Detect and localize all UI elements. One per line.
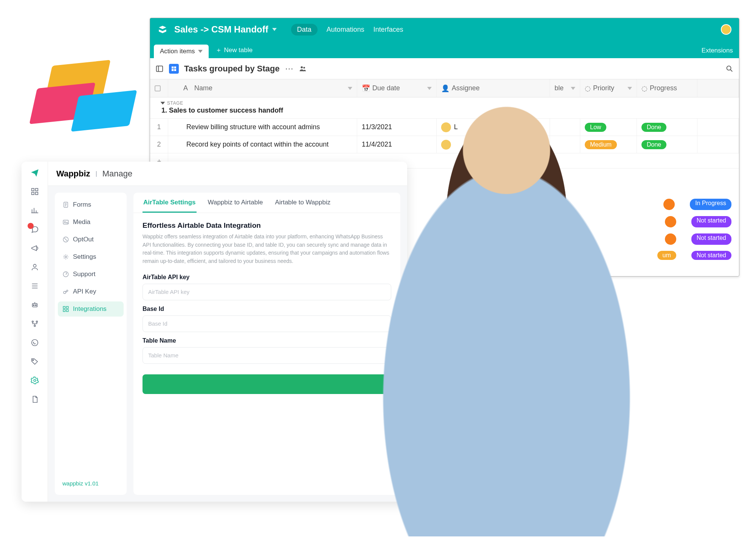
settings-gear-icon[interactable] (30, 375, 40, 385)
analytics-icon[interactable] (30, 206, 40, 215)
select-all-checkbox[interactable] (155, 85, 161, 91)
chat-icon[interactable] (30, 224, 40, 234)
sidebar-item-forms[interactable]: Forms (58, 197, 124, 212)
wappbiz-logo-icon[interactable] (30, 168, 40, 178)
table-row[interactable]: 1Review billing structure with account a… (150, 119, 739, 136)
base-id-input[interactable] (143, 315, 391, 332)
nav-data[interactable]: Data (291, 24, 318, 36)
tab-airtable-to-wappbiz[interactable]: Airtable to Wappbiz (274, 199, 331, 213)
nav-rail (22, 162, 48, 502)
progress-pill: Not started (691, 216, 731, 227)
sidebar-item-label: API Key (73, 288, 96, 295)
sidebar-toggle-icon[interactable] (155, 65, 164, 73)
table-name-input[interactable] (143, 347, 391, 364)
row-number: 1 (150, 119, 168, 136)
search-icon[interactable] (725, 65, 734, 73)
sidebar-item-icon (62, 271, 69, 278)
cell-progress[interactable]: Done (637, 119, 697, 136)
col-name[interactable]: A Name (168, 79, 357, 97)
document-icon[interactable] (30, 394, 40, 404)
tab-wappbiz-to-airtable[interactable]: Wappbiz to Airtable (207, 199, 264, 213)
manage-sidebar: FormsMediaOptOutSettingsSupportAPI KeyIn… (55, 193, 127, 495)
sidebar-item-api-key[interactable]: API Key (58, 284, 124, 299)
svg-point-11 (35, 305, 36, 306)
table-row[interactable]: 2Record key points of contact within the… (150, 136, 739, 153)
sidebar-item-settings[interactable]: Settings (58, 249, 124, 264)
table-tab-action-items[interactable]: Action items (154, 45, 209, 58)
row-number: 2 (150, 136, 168, 153)
table-tabs: Action items ＋ New table Extensions (150, 41, 739, 58)
flow-icon[interactable] (30, 319, 40, 329)
cell-blank[interactable] (550, 119, 580, 136)
partial-row: umNot started (657, 251, 732, 260)
sidebar-item-label: OptOut (73, 236, 94, 243)
svg-point-2 (303, 66, 305, 68)
new-table-button[interactable]: ＋ New table (215, 46, 253, 58)
circle-icon: ◌ (585, 84, 591, 93)
chevron-down-icon[interactable] (272, 28, 277, 31)
nav-automations[interactable]: Automations (327, 26, 364, 34)
svg-point-20 (64, 222, 65, 223)
cell-name[interactable]: Review billing structure with account ad… (168, 119, 357, 136)
sidebar-item-icon (62, 201, 69, 208)
cell-due[interactable]: 11/3/2021 (357, 119, 437, 136)
save-button[interactable] (143, 374, 391, 394)
sidebar-item-label: Forms (73, 201, 91, 209)
cell-priority[interactable]: Low (580, 119, 637, 136)
sidebar-item-icon (62, 288, 69, 295)
api-key-input[interactable] (143, 284, 391, 300)
group-header[interactable]: STAGE 1. Sales to customer success hando… (150, 97, 739, 119)
sidebar-item-label: Media (73, 218, 90, 226)
col-due[interactable]: 📅Due date (357, 79, 437, 97)
plus-icon: ＋ (215, 46, 222, 54)
tag-icon[interactable] (30, 357, 40, 366)
api-key-label: AirTable API key (143, 274, 391, 281)
cell-blank[interactable] (550, 136, 580, 153)
view-more-icon[interactable]: ⋯ (285, 64, 293, 74)
new-table-label: New table (224, 46, 253, 54)
cell-assignee[interactable]: L (437, 119, 550, 136)
cell-priority[interactable]: Medium (580, 136, 637, 153)
cell-progress[interactable]: Done (637, 136, 697, 153)
nav-interfaces[interactable]: Interfaces (373, 26, 403, 34)
bot-icon[interactable] (30, 300, 40, 310)
tab-airtable-settings[interactable]: AirTable Settings (143, 199, 197, 213)
integration-tabs: AirTable SettingsWappbiz to AirtableAirt… (133, 193, 400, 213)
svg-rect-5 (35, 189, 37, 191)
col-partial[interactable]: ble (550, 79, 580, 97)
cell-assignee[interactable] (437, 136, 550, 153)
whatsapp-icon[interactable] (30, 338, 40, 348)
avatar[interactable] (721, 24, 731, 35)
base-title[interactable]: Sales -> CSM Handoff (174, 24, 268, 35)
dashboard-icon[interactable] (30, 187, 40, 196)
svg-rect-19 (63, 220, 68, 224)
chevron-down-icon[interactable] (198, 50, 203, 53)
sidebar-item-label: Support (73, 270, 96, 278)
wappbiz-header: Wappbiz | Manage (48, 162, 407, 186)
contacts-icon[interactable] (30, 262, 40, 272)
svg-rect-4 (31, 189, 34, 191)
people-icon[interactable] (299, 65, 307, 73)
sidebar-item-media[interactable]: Media (58, 215, 124, 230)
group-field-label: STAGE (167, 100, 183, 106)
col-assignee[interactable]: 👤Assignee (437, 79, 550, 97)
svg-point-14 (34, 325, 36, 327)
priority-bubble (665, 216, 676, 227)
view-name[interactable]: Tasks grouped by Stage (184, 64, 280, 74)
svg-point-1 (301, 66, 303, 68)
sidebar-item-support[interactable]: Support (58, 267, 124, 282)
cell-name[interactable]: Record key points of contact within the … (168, 136, 357, 153)
triangle-down-icon (161, 102, 165, 105)
col-progress[interactable]: ◌Progress (637, 79, 697, 97)
broadcast-icon[interactable] (30, 243, 40, 253)
sidebar-item-optout[interactable]: OptOut (58, 232, 124, 247)
list-icon[interactable] (30, 281, 40, 291)
svg-point-8 (33, 264, 36, 267)
section-heading: Effortless Airtable Data Integration (143, 221, 391, 230)
extensions-link[interactable]: Extensions (702, 47, 733, 58)
col-priority[interactable]: ◌Priority (580, 79, 637, 97)
svg-rect-25 (63, 306, 65, 308)
cell-due[interactable]: 11/4/2021 (357, 136, 437, 153)
svg-rect-6 (31, 192, 34, 195)
sidebar-item-integrations[interactable]: Integrations (58, 301, 124, 317)
